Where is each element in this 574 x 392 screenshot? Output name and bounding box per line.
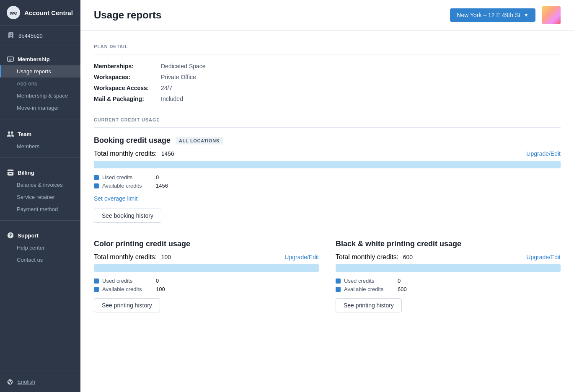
membership-icon — [7, 55, 14, 63]
sidebar-logo[interactable]: we Account Central — [0, 0, 80, 26]
team-icon — [7, 130, 14, 138]
current-credit-usage-section: CURRENT CREDIT USAGE Booking credit usag… — [94, 117, 561, 329]
color-available-dot — [94, 287, 99, 292]
sidebar-divider-1 — [0, 119, 80, 119]
sidebar-section-team: Team Members — [0, 121, 80, 156]
sidebar-item-service-retainer[interactable]: Service retainer — [0, 191, 80, 203]
account-id: 8b445b20 — [18, 33, 43, 39]
page-title: Usage reports — [94, 9, 161, 21]
color-available-label: Available credits — [102, 286, 153, 292]
color-used-label: Used credits — [102, 278, 153, 284]
workspaces-value: Private Office — [161, 74, 196, 80]
color-total-row: Total monthly credits: 100 Upgrade/Edit — [94, 253, 319, 261]
color-upgrade-link[interactable]: Upgrade/Edit — [284, 254, 319, 260]
mail-value: Included — [161, 95, 183, 102]
booking-total-left: Total monthly credits: 1456 — [94, 150, 174, 157]
sidebar-divider-3 — [0, 220, 80, 221]
we-logo-icon: we — [7, 6, 20, 19]
sidebar-item-membership-space[interactable]: Membership & space — [0, 90, 80, 102]
sidebar-divider-2 — [0, 157, 80, 158]
membership-section-label: Membership — [18, 56, 50, 62]
plan-row-workspaces: Workspaces: Private Office — [94, 74, 561, 80]
main-header: Usage reports New York – 12 E 49th St ▼ — [80, 0, 574, 31]
plan-row-workspace-access: Workspace Access: 24/7 — [94, 85, 561, 91]
booking-used-value: 0 — [156, 174, 159, 181]
sidebar-section-team-header[interactable]: Team — [0, 128, 80, 140]
printing-sections: Color printing credit usage Total monthl… — [94, 240, 561, 329]
sidebar-section-billing-header[interactable]: Billing — [0, 166, 80, 179]
plan-row-memberships: Memberships: Dedicated Space — [94, 63, 561, 70]
see-bw-printing-history-button[interactable]: See printing history — [336, 298, 402, 312]
bw-total-left: Total monthly credits: 600 — [336, 253, 413, 261]
bw-printing-section: Black & white printing credit usage Tota… — [336, 240, 561, 312]
booking-used-label: Used credits — [102, 174, 153, 181]
bw-used-label: Used credits — [344, 278, 394, 284]
bw-upgrade-link[interactable]: Upgrade/Edit — [526, 254, 561, 260]
main-area: Usage reports New York – 12 E 49th St ▼ … — [80, 0, 574, 392]
support-icon — [7, 232, 14, 239]
mail-label: Mail & Packaging: — [94, 95, 161, 102]
location-button[interactable]: New York – 12 E 49th St ▼ — [450, 8, 535, 22]
booking-total-row: Total monthly credits: 1456 Upgrade/Edit — [94, 150, 561, 157]
booking-used-row: Used credits 0 — [94, 174, 561, 181]
header-right: New York – 12 E 49th St ▼ — [450, 6, 561, 24]
sidebar-item-contact-us[interactable]: Contact us — [0, 254, 80, 266]
booking-credit-section: Booking credit usage ALL LOCATIONS Total… — [94, 136, 561, 223]
chevron-down-icon: ▼ — [524, 12, 529, 18]
avatar — [542, 6, 561, 24]
bw-available-value: 600 — [398, 286, 407, 292]
plan-detail-section: PLAN DETAIL Memberships: Dedicated Space… — [94, 44, 561, 102]
sidebar-item-usage-reports[interactable]: Usage reports — [0, 65, 80, 77]
sidebar-item-payment-method[interactable]: Payment method — [0, 203, 80, 215]
sidebar-section-membership: Membership Usage reports Add-ons Members… — [0, 46, 80, 117]
color-available-row: Available credits 100 — [94, 286, 319, 292]
sidebar-item-add-ons[interactable]: Add-ons — [0, 77, 80, 90]
sidebar-item-help-center[interactable]: Help center — [0, 242, 80, 254]
bw-total-value: 600 — [403, 254, 413, 260]
booking-available-label: Available credits — [102, 183, 153, 189]
billing-section-label: Billing — [18, 170, 34, 176]
color-total-left: Total monthly credits: 100 — [94, 253, 171, 261]
sidebar-item-members[interactable]: Members — [0, 140, 80, 152]
memberships-label: Memberships: — [94, 63, 161, 70]
workspace-access-label: Workspace Access: — [94, 85, 161, 91]
globe-icon — [7, 379, 13, 385]
bw-used-row: Used credits 0 — [336, 278, 561, 284]
booking-legend: Used credits 0 Available credits 1456 — [94, 174, 561, 189]
see-color-printing-history-button[interactable]: See printing history — [94, 298, 160, 312]
bw-available-row: Available credits 600 — [336, 286, 561, 292]
booking-total-label: Total monthly credits: — [94, 150, 157, 157]
bw-title-row: Black & white printing credit usage — [336, 240, 561, 248]
sidebar-item-move-in-manager[interactable]: Move-in manager — [0, 102, 80, 114]
sidebar-item-balance-invoices[interactable]: Balance & invoices — [0, 179, 80, 191]
booking-available-value: 1456 — [156, 183, 168, 189]
booking-total-value: 1456 — [161, 150, 174, 157]
memberships-value: Dedicated Space — [161, 63, 206, 70]
location-label: New York – 12 E 49th St — [457, 12, 520, 18]
sidebar-section-support-header[interactable]: Support — [0, 229, 80, 242]
sidebar: we Account Central 8b445b20 Membership U… — [0, 0, 80, 392]
booking-available-dot — [94, 183, 99, 188]
workspaces-label: Workspaces: — [94, 74, 161, 80]
color-total-value: 100 — [161, 254, 171, 260]
bw-used-dot — [336, 279, 341, 284]
bw-available-label: Available credits — [344, 286, 394, 292]
bw-legend: Used credits 0 Available credits 600 — [336, 278, 561, 292]
booking-upgrade-link[interactable]: Upgrade/Edit — [526, 150, 561, 157]
bw-total-row: Total monthly credits: 600 Upgrade/Edit — [336, 253, 561, 261]
sidebar-account: 8b445b20 — [0, 26, 80, 46]
see-booking-history-button[interactable]: See booking history — [94, 209, 161, 223]
workspace-access-value: 24/7 — [161, 85, 172, 91]
color-available-value: 100 — [156, 286, 165, 292]
booking-used-dot — [94, 175, 99, 180]
overage-limit-link[interactable]: Set overage limit — [94, 195, 137, 202]
building-icon — [7, 31, 15, 40]
booking-title-row: Booking credit usage ALL LOCATIONS — [94, 136, 561, 145]
color-printing-section: Color printing credit usage Total monthl… — [94, 240, 319, 312]
language-link[interactable]: English — [17, 379, 35, 385]
color-printing-title: Color printing credit usage — [94, 240, 190, 248]
color-legend: Used credits 0 Available credits 100 — [94, 278, 319, 292]
sidebar-section-membership-header[interactable]: Membership — [0, 53, 80, 65]
team-section-label: Team — [18, 131, 31, 137]
color-used-row: Used credits 0 — [94, 278, 319, 284]
